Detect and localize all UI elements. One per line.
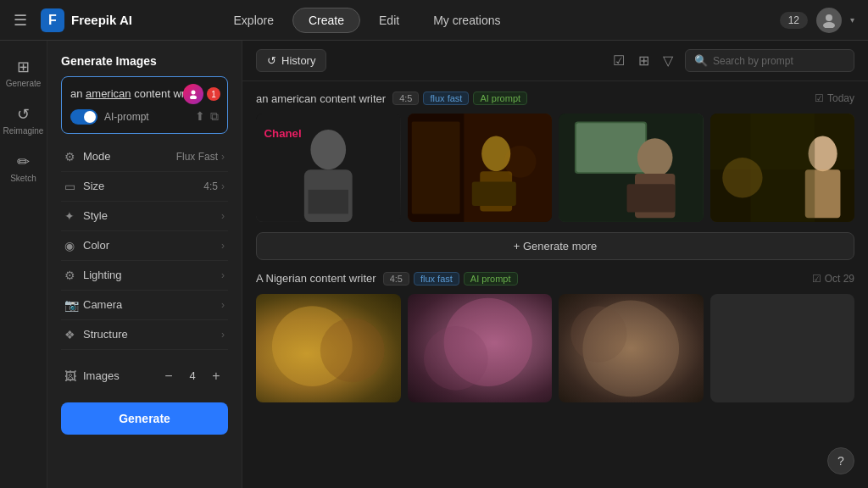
filter-icon[interactable]: ▽: [659, 49, 676, 72]
option-mode[interactable]: ⚙ Mode Flux Fast ›: [61, 142, 228, 172]
option-style[interactable]: ✦ Style ›: [61, 202, 228, 231]
nav-explore[interactable]: Explore: [219, 8, 289, 32]
svg-rect-18: [576, 123, 645, 172]
search-icon: 🔍: [694, 54, 708, 67]
image-card-5[interactable]: [256, 294, 401, 402]
sidebar-item-reimagine[interactable]: ↺ Reimagine: [3, 98, 44, 142]
date-checkmark-icon-2: ☑: [812, 273, 821, 285]
svg-point-3: [190, 96, 197, 100]
option-color[interactable]: ◉ Color ›: [61, 231, 228, 261]
image-card-7[interactable]: [559, 294, 704, 402]
sidebar-item-generate[interactable]: ⊞ Generate: [3, 51, 44, 95]
toolbar: ↺ History ☑ ⊞ ▽ 🔍: [242, 41, 868, 81]
tag-type-2: AI prompt: [464, 272, 518, 286]
second-group-tags: 4:5 flux fast AI prompt: [383, 272, 518, 286]
history-button[interactable]: ↺ History: [256, 49, 326, 72]
reimagine-icon: ↺: [17, 105, 30, 124]
lighting-label: Lighting: [83, 269, 221, 281]
svg-point-32: [423, 326, 487, 391]
image-card-3[interactable]: [559, 114, 704, 222]
first-group-date-text: Today: [827, 92, 854, 104]
toggle-row: AI-prompt ⬆ ⧉: [70, 109, 219, 125]
image-card-6[interactable]: [408, 294, 553, 402]
nav-my-creations[interactable]: My creations: [418, 8, 515, 32]
svg-point-27: [722, 158, 762, 197]
first-group-prompt: an american content writer: [256, 92, 386, 105]
image-card-1[interactable]: Chanel: [256, 114, 401, 222]
credits-badge: 12: [780, 12, 808, 29]
svg-point-15: [504, 146, 536, 178]
icon-sidebar: ⊞ Generate ↺ Reimagine ✏ Sketch: [0, 41, 47, 488]
image-card-4[interactable]: [710, 114, 855, 222]
option-structure[interactable]: ❖ Structure ›: [61, 320, 228, 350]
mode-icon: ⚙: [64, 150, 83, 164]
images-icon: 🖼: [64, 369, 83, 383]
color-label: Color: [83, 239, 221, 252]
prompt-underline: american: [86, 87, 131, 100]
hamburger-icon[interactable]: ☰: [14, 11, 27, 30]
images-increment[interactable]: +: [208, 369, 225, 384]
option-size[interactable]: ▭ Size 4:5 ›: [61, 172, 228, 202]
panel-title: Generate Images: [61, 54, 228, 68]
generate-button[interactable]: Generate: [61, 402, 228, 435]
mode-value: Flux Fast: [176, 151, 218, 163]
sidebar-item-reimagine-label: Reimagine: [3, 126, 44, 136]
prompt-box[interactable]: an american content writer 1 AI-prompt ⬆…: [61, 76, 228, 134]
style-label: Style: [83, 209, 221, 222]
upload-icon[interactable]: ⬆: [195, 109, 205, 124]
svg-rect-26: [750, 114, 815, 222]
generate-more-button[interactable]: + Generate more: [256, 232, 854, 260]
structure-label: Structure: [83, 328, 221, 341]
options-list: ⚙ Mode Flux Fast › ▭ Size 4:5 › ✦ Style …: [61, 142, 228, 350]
content-scroll: an american content writer 4:5 flux fast…: [242, 81, 868, 488]
ai-prompt-toggle[interactable]: [70, 109, 97, 125]
nav-edit[interactable]: Edit: [364, 8, 415, 32]
second-image-grid: [256, 294, 854, 402]
structure-icon: ❖: [64, 328, 83, 341]
nav-create[interactable]: Create: [292, 8, 360, 33]
checkmark-view-icon[interactable]: ☑: [609, 49, 628, 72]
mode-label: Mode: [83, 150, 176, 163]
history-label: History: [281, 54, 315, 67]
sketch-icon: ✏: [17, 152, 30, 171]
prompt-pre: an: [70, 87, 86, 100]
option-camera[interactable]: 📷 Camera ›: [61, 291, 228, 320]
svg-rect-14: [471, 182, 515, 206]
main-content: ↺ History ☑ ⊞ ▽ 🔍 an american content wr…: [242, 41, 868, 488]
svg-point-5: [310, 130, 346, 169]
sidebar-item-sketch[interactable]: ✏ Sketch: [3, 146, 44, 190]
logo-text: Freepik AI: [71, 13, 132, 27]
lighting-chevron: ›: [221, 269, 225, 281]
second-group-date: ☑ Oct 29: [812, 273, 854, 285]
camera-icon: 📷: [64, 298, 83, 312]
option-lighting[interactable]: ⚙ Lighting ›: [61, 261, 228, 291]
style-chevron: ›: [221, 210, 225, 222]
second-group-header: A Nigerian content writer 4:5 flux fast …: [256, 272, 854, 286]
images-decrement[interactable]: −: [160, 369, 177, 384]
svg-rect-21: [627, 184, 676, 212]
svg-rect-7: [309, 190, 348, 214]
second-group-date-text: Oct 29: [825, 273, 854, 285]
history-icon: ↺: [267, 54, 276, 67]
generate-icon: ⊞: [17, 58, 30, 76]
image-card-2[interactable]: [408, 114, 553, 222]
images-row: 🖼 Images − 4 +: [61, 362, 228, 391]
logo: F Freepik AI: [41, 8, 132, 32]
svg-text:Chanel: Chanel: [264, 127, 301, 140]
svg-point-30: [320, 318, 385, 382]
grid-view-icon[interactable]: ⊞: [635, 49, 653, 72]
tag-ratio-2: 4:5: [383, 272, 409, 286]
first-group-header: an american content writer 4:5 flux fast…: [256, 92, 854, 105]
header: ☰ F Freepik AI Explore Create Edit My cr…: [0, 0, 868, 41]
avatar[interactable]: [816, 8, 842, 33]
copy-icon[interactable]: ⧉: [210, 109, 219, 124]
svg-point-1: [823, 22, 835, 28]
camera-label: Camera: [83, 298, 221, 311]
image-card-8[interactable]: [710, 294, 855, 402]
help-button[interactable]: ?: [827, 447, 854, 474]
svg-point-19: [637, 138, 673, 176]
avatar-chevron[interactable]: ▾: [850, 15, 854, 25]
main-nav: Explore Create Edit My creations: [219, 8, 516, 33]
search-input[interactable]: [713, 55, 845, 67]
images-stepper: − 4 +: [160, 369, 225, 384]
